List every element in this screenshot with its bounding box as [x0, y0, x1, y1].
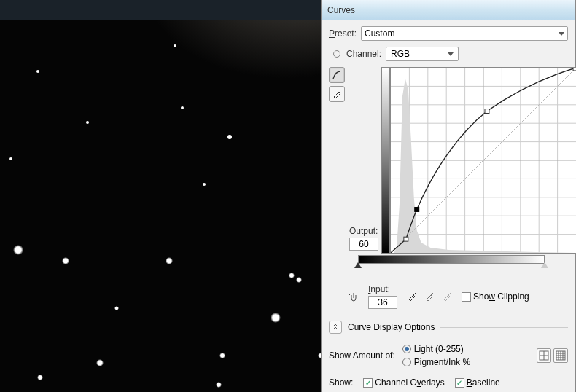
- curve-icon: [332, 70, 342, 80]
- chevron-down-icon: [559, 32, 564, 36]
- output-gradient: [381, 67, 390, 254]
- svg-point-13: [174, 44, 176, 47]
- svg-point-15: [9, 157, 12, 160]
- svg-rect-42: [485, 109, 489, 114]
- channel-overlays-checkbox[interactable]: ✓ Channel Overlays: [363, 377, 444, 388]
- black-point-slider[interactable]: [354, 262, 362, 268]
- auto-toggle-icon[interactable]: [333, 50, 340, 58]
- light-radio-label: Light (0-255): [414, 344, 464, 354]
- image-canvas[interactable]: [0, 20, 328, 392]
- show-label: Show:: [329, 377, 353, 388]
- svg-rect-41: [415, 207, 419, 211]
- svg-point-9: [114, 306, 119, 310]
- galaxy-preview: [0, 20, 328, 392]
- baseline-checkbox[interactable]: ✓ Baseline: [455, 377, 500, 388]
- pencil-tool[interactable]: [329, 86, 345, 102]
- grid-icon: [556, 350, 566, 361]
- checkbox-icon: ✓: [363, 378, 373, 388]
- eyedropper-icon: [407, 291, 417, 302]
- input-label: Input:: [368, 284, 390, 294]
- curve-graph[interactable]: [390, 67, 576, 254]
- show-amount-label: Show Amount of:: [329, 350, 395, 361]
- input-input[interactable]: [368, 296, 397, 309]
- input-gradient: [358, 255, 545, 264]
- curve-point-tool[interactable]: [329, 67, 345, 83]
- preset-dropdown[interactable]: Custom: [361, 26, 568, 41]
- svg-point-2: [13, 245, 23, 255]
- svg-point-11: [37, 375, 43, 380]
- collapse-button[interactable]: [329, 321, 342, 334]
- pigment-radio[interactable]: Pigment/Ink %: [402, 357, 470, 367]
- black-eyedropper[interactable]: [405, 289, 419, 304]
- svg-point-18: [227, 135, 232, 139]
- gray-eyedropper[interactable]: [422, 289, 437, 304]
- channel-overlays-label: Channel Overlays: [375, 377, 444, 388]
- grid-icon: [539, 350, 549, 361]
- output-input[interactable]: [349, 238, 378, 251]
- show-clipping-checkbox[interactable]: Show Clipping: [462, 291, 529, 302]
- curves-dialog: Curves Preset: Custom Channel: RGB: [321, 0, 576, 392]
- coarse-grid-button[interactable]: [537, 348, 551, 363]
- radio-icon: [402, 345, 411, 353]
- white-point-slider[interactable]: [541, 262, 548, 268]
- svg-point-4: [166, 257, 173, 264]
- radio-icon: [402, 358, 411, 366]
- pencil-icon: [332, 89, 342, 99]
- svg-point-5: [289, 273, 295, 278]
- svg-point-3: [62, 257, 69, 264]
- baseline-label: Baseline: [467, 377, 500, 388]
- eyedropper-icon: [442, 291, 452, 302]
- fine-grid-button[interactable]: [553, 348, 568, 363]
- svg-point-7: [271, 313, 281, 323]
- svg-point-10: [219, 353, 225, 358]
- svg-point-14: [36, 70, 39, 73]
- output-label: Output:: [349, 226, 378, 236]
- chevron-down-icon: [448, 52, 454, 56]
- channel-label: Channel:: [346, 49, 381, 59]
- show-clipping-label: Show Clipping: [473, 291, 529, 302]
- svg-point-19: [181, 106, 184, 109]
- dialog-titlebar[interactable]: Curves: [322, 0, 575, 20]
- checkbox-icon: ✓: [455, 378, 464, 388]
- eyedropper-icon: [424, 291, 435, 302]
- hand-pointer-icon: [348, 291, 359, 302]
- channel-dropdown[interactable]: RGB: [386, 47, 459, 61]
- preset-value: Custom: [365, 28, 394, 39]
- svg-point-12: [216, 382, 222, 388]
- white-eyedropper[interactable]: [440, 289, 454, 304]
- svg-point-6: [296, 277, 302, 283]
- chevron-up-icon: [332, 324, 339, 331]
- dialog-title: Curves: [327, 5, 355, 15]
- svg-point-17: [203, 183, 206, 186]
- svg-point-8: [96, 359, 104, 366]
- target-adjust-tool[interactable]: [346, 289, 361, 304]
- svg-point-16: [86, 121, 89, 124]
- light-radio[interactable]: Light (0-255): [402, 344, 470, 354]
- divider: [440, 327, 568, 328]
- preset-label: Preset:: [329, 28, 357, 39]
- checkbox-icon: [462, 292, 471, 302]
- curve-display-options-label: Curve Display Options: [348, 322, 435, 332]
- svg-rect-43: [573, 68, 576, 71]
- svg-rect-40: [404, 237, 408, 241]
- pigment-radio-label: Pigment/Ink %: [414, 357, 470, 367]
- channel-value: RGB: [391, 49, 410, 59]
